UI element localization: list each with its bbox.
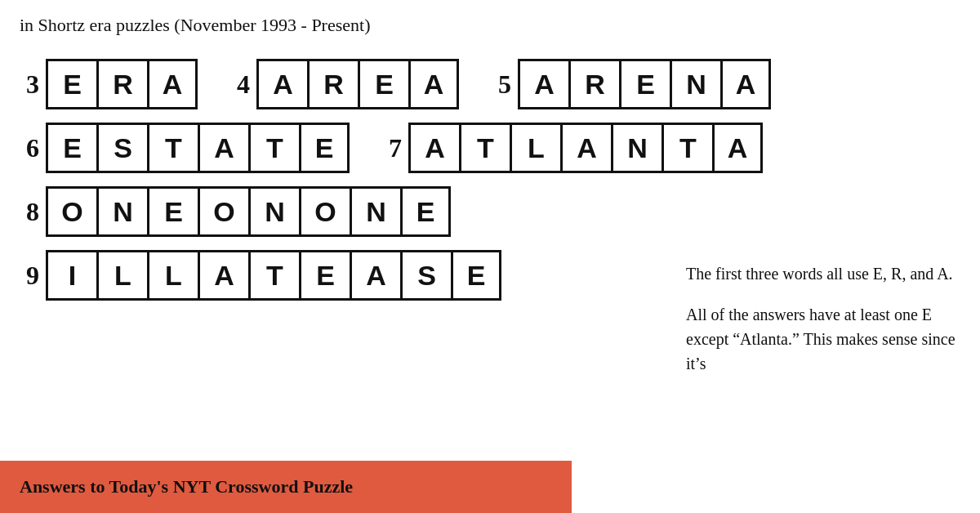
letter-a3: A (408, 59, 459, 109)
letter-a11: A (350, 250, 400, 301)
letter-e6: E (147, 186, 198, 237)
letter-a5: A (720, 59, 771, 109)
word-group-5: 5 A R E N A (492, 59, 771, 109)
letter-o3: O (299, 186, 350, 237)
letter-a1: A (147, 59, 198, 109)
letter-a10: A (198, 250, 248, 301)
letter-a9: A (712, 123, 763, 173)
letter-t1: T (147, 123, 198, 173)
letter-boxes-estate: E S T A T E (46, 123, 350, 173)
letter-o2: O (198, 186, 248, 237)
sidebar-text-1: The first three words all use E, R, and … (686, 261, 964, 286)
letter-e7: E (400, 186, 451, 237)
letter-e9: E (451, 250, 501, 301)
letter-a7: A (408, 123, 459, 173)
letter-r3: R (568, 59, 619, 109)
letter-boxes-arena: A R E N A (518, 59, 771, 109)
main-content: in Shortz era puzzles (November 1993 - P… (0, 0, 980, 301)
word-number-9: 9 (20, 261, 39, 291)
letter-r1: R (96, 59, 147, 109)
word-group-6: 6 E S T A T E (20, 123, 350, 173)
bottom-banner[interactable]: Answers to Today's NYT Crossword Puzzle (0, 461, 572, 513)
letter-e3: E (619, 59, 670, 109)
letter-l1: L (510, 123, 560, 173)
letter-boxes-oneonone: O N E O N O N E (46, 186, 451, 237)
word-group-7: 7 A T L A N T A (382, 123, 763, 173)
letter-t3: T (459, 123, 510, 173)
letter-boxes-atlanta: A T L A N T A (408, 123, 763, 173)
subtitle: in Shortz era puzzles (November 1993 - P… (20, 15, 960, 36)
letter-l2: L (96, 250, 147, 301)
letter-t5: T (248, 250, 299, 301)
letter-n1: N (670, 59, 720, 109)
letter-n3: N (96, 186, 147, 237)
letter-s2: S (400, 250, 451, 301)
letter-n2: N (611, 123, 662, 173)
letter-n4: N (248, 186, 299, 237)
letter-r2: R (307, 59, 358, 109)
bottom-banner-text: Answers to Today's NYT Crossword Puzzle (20, 476, 353, 497)
letter-e4: E (46, 123, 96, 173)
word-number-6: 6 (20, 133, 39, 163)
letter-a8: A (560, 123, 611, 173)
letter-boxes-area: A R E A (256, 59, 459, 109)
word-row-3: 8 O N E O N O N E (20, 186, 960, 237)
word-row-1: 3 E R A 4 A R E A 5 A R E N A (20, 59, 960, 109)
word-group-8: 8 O N E O N O N E (20, 186, 451, 237)
letter-l3: L (147, 250, 198, 301)
letter-boxes-illatease: I L L A T E A S E (46, 250, 501, 301)
word-group-4: 4 A R E A (230, 59, 459, 109)
sidebar-text-2: All of the answers have at least one E e… (686, 302, 964, 376)
letter-e2: E (358, 59, 408, 109)
word-number-7: 7 (382, 133, 402, 163)
letter-e1: E (46, 59, 96, 109)
letter-boxes-era: E R A (46, 59, 198, 109)
word-number-3: 3 (20, 69, 39, 100)
word-number-8: 8 (20, 197, 39, 227)
letter-t4: T (662, 123, 712, 173)
letter-s1: S (96, 123, 147, 173)
sidebar: The first three words all use E, R, and … (686, 261, 964, 392)
word-number-4: 4 (230, 69, 250, 100)
letter-a6: A (198, 123, 248, 173)
letter-a2: A (256, 59, 307, 109)
letter-o1: O (46, 186, 96, 237)
letter-e8: E (299, 250, 350, 301)
letter-a4: A (518, 59, 568, 109)
word-number-5: 5 (492, 69, 511, 100)
letter-i1: I (46, 250, 96, 301)
letter-n5: N (350, 186, 400, 237)
letter-e5: E (299, 123, 350, 173)
word-group-3: 3 E R A (20, 59, 198, 109)
word-group-9: 9 I L L A T E A S E (20, 250, 501, 301)
word-row-2: 6 E S T A T E 7 A T L A N T A (20, 123, 960, 173)
letter-t2: T (248, 123, 299, 173)
